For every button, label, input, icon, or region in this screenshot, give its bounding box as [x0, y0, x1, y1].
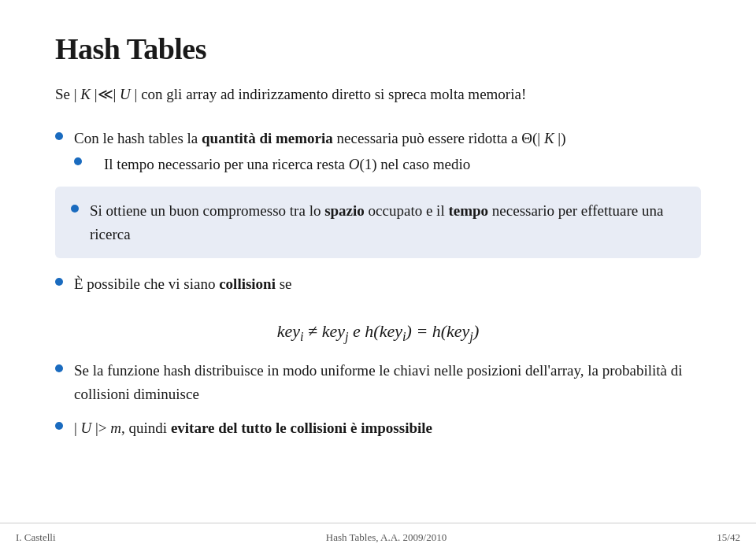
bullet-item-3: È possibile che vi siano collisioni se	[55, 272, 701, 295]
footer-author: I. Castelli	[16, 531, 56, 544]
bullet-item-5: | U |> m, quindi evitare del tutto le co…	[55, 416, 701, 439]
intro-paragraph: Se | K |≪| U | con gli array ad indirizz…	[55, 83, 701, 106]
bullet-item-2-highlighted: Si ottiene un buon compromesso tra lo sp…	[55, 187, 701, 258]
bullet-content-4: Se la funzione hash distribuisce in modo…	[74, 359, 701, 405]
slide-container: Hash Tables Se | K |≪| U | con gli array…	[0, 0, 756, 551]
slide-footer: I. Castelli Hash Tables, A.A. 2009/2010 …	[0, 523, 756, 551]
slide-title: Hash Tables	[55, 31, 701, 66]
bullet-dot-2	[71, 205, 79, 213]
main-bullet-list: Con le hash tables la quantità di memori…	[55, 127, 701, 307]
bullet-dot-5	[55, 422, 63, 430]
bottom-bullet-list: Se la funzione hash distribuisce in modo…	[55, 359, 701, 450]
bullet-dot-1	[55, 132, 63, 140]
bullet-dot-4	[55, 364, 63, 372]
footer-title: Hash Tables, A.A. 2009/2010	[326, 531, 447, 544]
bullet-content-5: | U |> m, quindi evitare del tutto le co…	[74, 416, 701, 439]
bullet-sub-1: Il tempo necessario per una ricerca rest…	[74, 153, 701, 176]
bullet-item-4: Se la funzione hash distribuisce in modo…	[55, 359, 701, 405]
bullet-content-3: È possibile che vi siano collisioni se	[74, 272, 701, 295]
bullet-item-1: Con le hash tables la quantità di memori…	[55, 127, 701, 176]
math-formula: keyi ≠ keyj e h(keyi) = h(keyj)	[55, 321, 701, 345]
bullet-dot-3	[55, 278, 63, 286]
bullet-content-2: Si ottiene un buon compromesso tra lo sp…	[90, 199, 685, 246]
highlight-box: Si ottiene un buon compromesso tra lo sp…	[55, 187, 701, 258]
footer-page: 15/42	[717, 531, 740, 544]
bullet-content-1: Con le hash tables la quantità di memori…	[74, 127, 701, 176]
